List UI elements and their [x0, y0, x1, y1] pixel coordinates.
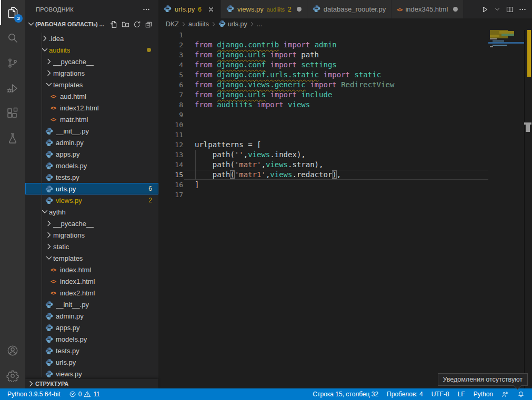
activity-bar-item-settings[interactable] — [0, 363, 25, 388]
tree-item-tests-py[interactable]: tests.py — [25, 171, 158, 183]
code-line[interactable]: 3from django.urls import path — [158, 50, 532, 60]
line-number[interactable]: 12 — [158, 140, 183, 150]
code-line[interactable]: 9 — [158, 110, 532, 120]
close-icon[interactable] — [207, 5, 215, 14]
activity-bar-item-account[interactable] — [0, 338, 25, 363]
run-dropdown-icon[interactable] — [492, 4, 503, 15]
line-number[interactable]: 16 — [158, 180, 183, 190]
tree-item-static[interactable]: static — [25, 241, 158, 252]
code-line[interactable]: 6from django.views.generic import Redire… — [158, 80, 532, 90]
line-number[interactable]: 8 — [158, 100, 183, 110]
tree-item-views-py[interactable]: views.py2 — [25, 194, 158, 206]
tab-index345-html[interactable]: <>index345.html — [392, 0, 464, 18]
status-problems[interactable]: 011 — [65, 388, 104, 400]
tree-item-tests-py[interactable]: tests.py — [25, 345, 158, 356]
code-line[interactable]: 14 path('matr',views.stran), — [158, 160, 532, 170]
line-number[interactable]: 17 — [158, 190, 183, 200]
tree-item-admin-py[interactable]: admin.py — [25, 310, 158, 322]
activity-bar-item-run-debug[interactable] — [0, 76, 25, 101]
code-line[interactable]: 7from django.urls import include — [158, 90, 532, 100]
tab-urls-py[interactable]: urls.py6 — [158, 0, 221, 18]
activity-bar-item-testing[interactable] — [0, 126, 25, 151]
line-number[interactable]: 3 — [158, 50, 183, 60]
dirty-indicator[interactable] — [453, 7, 458, 12]
line-number[interactable]: 15 — [158, 170, 183, 180]
code-line[interactable]: 2from django.contrib import admin — [158, 40, 532, 50]
split-editor-icon[interactable] — [505, 4, 515, 15]
status-encoding[interactable]: UTF-8 — [427, 388, 454, 400]
tab-views-py[interactable]: views.pyaudiiits2 — [221, 0, 307, 18]
collapse-all-icon[interactable] — [144, 19, 153, 29]
status-notifications[interactable] — [513, 388, 529, 400]
tree-item-models-py[interactable]: models.py — [25, 333, 158, 345]
code-line[interactable]: 5from django.conf.urls.static import sta… — [158, 70, 532, 80]
code-line[interactable]: 12urlpatterns = [ — [158, 140, 532, 150]
line-number[interactable]: 6 — [158, 80, 183, 90]
tree-item-matr-html[interactable]: <>matr.html — [25, 114, 158, 125]
tab-database-roouter-py[interactable]: database_roouter.py — [307, 0, 392, 18]
tree-item-admin-py[interactable]: admin.py — [25, 137, 158, 148]
tree-item-index12-html[interactable]: <>index12.html — [25, 102, 158, 114]
status-cursor-position[interactable]: Строка 15, столбец 32 — [308, 388, 383, 400]
code-line[interactable]: 11 — [158, 130, 532, 140]
line-number[interactable]: 13 — [158, 150, 183, 160]
tree-item-index2-html[interactable]: <>index2.html — [25, 287, 158, 299]
minimap[interactable] — [488, 30, 524, 80]
tree-item--idea[interactable]: .idea — [25, 33, 158, 44]
code-line[interactable]: 16] — [158, 180, 532, 190]
tree-item-views-py[interactable]: views.py — [25, 368, 158, 379]
code-line[interactable]: 13 path('',views.index), — [158, 150, 532, 160]
tree-item-index1-html[interactable]: <>index1.html — [25, 275, 158, 287]
line-number[interactable]: 7 — [158, 90, 183, 100]
code-line[interactable]: 8from audiiits import views — [158, 100, 532, 110]
code-editor[interactable]: 12from django.contrib import admin3from … — [158, 30, 532, 388]
breadcrumb-item[interactable]: DKZ — [166, 20, 179, 28]
line-number[interactable]: 2 — [158, 40, 183, 50]
refresh-icon[interactable] — [132, 19, 142, 29]
tree-item--init-py[interactable]: __init__.py — [25, 125, 158, 137]
overview-ruler[interactable] — [524, 30, 532, 388]
run-icon[interactable] — [479, 4, 490, 15]
tree-item-urls-py[interactable]: urls.py — [25, 356, 158, 368]
tree-item-aud-html[interactable]: <>aud.html — [25, 90, 158, 102]
line-number[interactable]: 9 — [158, 110, 183, 120]
breadcrumb-item[interactable]: audiiits — [188, 20, 209, 28]
new-file-icon[interactable] — [109, 19, 118, 29]
tree-item-apps-py[interactable]: apps.py — [25, 322, 158, 333]
status-eol[interactable]: LF — [454, 388, 469, 400]
status-language-mode[interactable]: Python — [469, 388, 497, 400]
breadcrumb-item[interactable]: urls.py — [218, 20, 247, 29]
code-line[interactable]: 10 — [158, 120, 532, 130]
code-line[interactable]: 15 path('matr1',views.redactor), — [158, 170, 532, 180]
activity-bar-item-explorer[interactable]: 3 — [0, 0, 25, 25]
outline-section-header[interactable]: СТРУКТУРА — [25, 379, 158, 388]
status-python-interpreter[interactable]: Python 3.9.5 64-bit — [3, 388, 65, 400]
status-indentation[interactable]: Пробелов: 4 — [383, 388, 427, 400]
status-feedback[interactable] — [497, 388, 513, 400]
dirty-indicator[interactable] — [297, 7, 302, 12]
workspace-section-header[interactable]: (РАБОЧАЯ ОБЛАСТЬ) ... — [25, 18, 158, 30]
tree-item-aythh[interactable]: aythh — [25, 206, 158, 218]
new-folder-icon[interactable] — [121, 19, 130, 29]
code-line[interactable]: 17 — [158, 190, 532, 200]
tree-item-migrations[interactable]: migrations — [25, 229, 158, 241]
line-number[interactable]: 5 — [158, 70, 183, 80]
tree-item-migrations[interactable]: migrations — [25, 67, 158, 79]
tree-item-apps-py[interactable]: apps.py — [25, 148, 158, 160]
activity-bar-item-extensions[interactable] — [0, 101, 25, 126]
tree-item--pycache-[interactable]: __pycache__ — [25, 218, 158, 229]
line-number[interactable]: 1 — [158, 30, 183, 40]
tree-item--init-py[interactable]: __init__.py — [25, 299, 158, 310]
tree-item-urls-py[interactable]: urls.py6 — [25, 183, 158, 194]
code-line[interactable]: 4from django.conf import settings — [158, 60, 532, 70]
tree-item-templates[interactable]: templates — [25, 252, 158, 264]
line-number[interactable]: 11 — [158, 130, 183, 140]
tree-item-models-py[interactable]: models.py — [25, 160, 158, 171]
line-number[interactable]: 4 — [158, 60, 183, 70]
more-actions-icon[interactable] — [517, 4, 528, 15]
tree-item--pycache-[interactable]: __pycache__ — [25, 56, 158, 67]
activity-bar-item-search[interactable] — [0, 25, 25, 50]
code-line[interactable]: 1 — [158, 30, 532, 40]
line-number[interactable]: 14 — [158, 160, 183, 170]
line-number[interactable]: 10 — [158, 120, 183, 130]
